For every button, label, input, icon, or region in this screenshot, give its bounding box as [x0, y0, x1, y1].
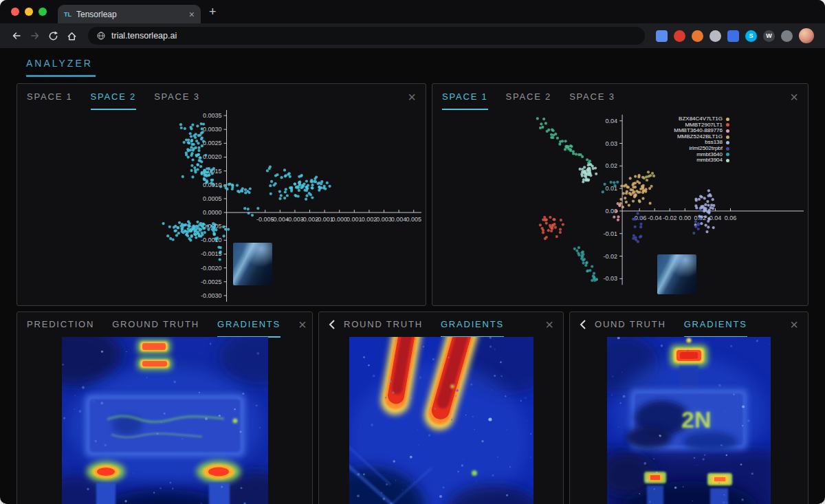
home-icon[interactable] [63, 27, 81, 45]
legend-dot [726, 159, 729, 162]
svg-text:0.001: 0.001 [346, 216, 362, 223]
new-tab-button[interactable]: + [209, 6, 217, 18]
svg-text:0.000: 0.000 [331, 216, 347, 223]
svg-text:-0.02: -0.02 [663, 215, 677, 221]
svg-text:-0.03: -0.03 [604, 275, 618, 282]
svg-text:0.0025: 0.0025 [203, 140, 222, 146]
back-icon[interactable] [7, 27, 25, 45]
tab-space-3[interactable]: SPACE 3 [569, 85, 615, 110]
reload-icon[interactable] [44, 27, 63, 45]
window-close-button[interactable] [11, 8, 19, 16]
browser-tab-strip: TL Tensorleap × + [0, 0, 825, 23]
plot-legend: BZX84C4V7LT1G MMBT2907LT1 MMBT3640-88977… [674, 116, 729, 164]
svg-text:-0.001: -0.001 [316, 216, 333, 223]
window-minimize-button[interactable] [25, 8, 33, 16]
svg-text:0.002: 0.002 [362, 216, 377, 223]
svg-text:-0.02: -0.02 [604, 253, 618, 260]
window-controls [11, 8, 47, 16]
tab-close-icon[interactable]: × [189, 10, 195, 19]
legend-dot [726, 118, 729, 121]
legend-dot [726, 153, 729, 156]
sample-detail-panel-1: PREDICTION GROUND TRUTH GRADIENTS × [16, 311, 313, 504]
legend-item[interactable]: mmbt3904 [696, 157, 729, 164]
extension-icon[interactable]: W [763, 30, 775, 42]
heatmap-text: 2N [681, 406, 711, 432]
scatter-plot-space1[interactable]: 0.040.030.020.010.00-0.01-0.02-0.03-0.06… [432, 110, 808, 305]
svg-text:0.0030: 0.0030 [203, 126, 222, 133]
profile-avatar[interactable] [799, 28, 814, 43]
url-text: trial.tensorleap.ai [111, 31, 177, 41]
extension-icon[interactable]: S [745, 30, 757, 42]
extension-icon[interactable] [727, 30, 739, 42]
scroll-left-chevron-icon[interactable] [329, 320, 336, 329]
gradients-heatmap-image [62, 337, 268, 504]
close-icon[interactable]: × [298, 318, 307, 331]
svg-text:-0.0030: -0.0030 [201, 292, 222, 299]
svg-text:0.02: 0.02 [606, 162, 618, 169]
svg-text:-0.0025: -0.0025 [201, 278, 222, 285]
svg-text:0.00: 0.00 [679, 215, 692, 221]
tab-gradients[interactable]: GRADIENTS [217, 312, 280, 338]
tensorleap-favicon: TL [64, 11, 72, 18]
svg-text:-0.01: -0.01 [604, 230, 618, 237]
legend-dot [726, 129, 729, 133]
tab-ground-truth[interactable]: ROUND TRUTH [344, 312, 423, 338]
extension-icon[interactable] [674, 30, 685, 42]
extension-icon[interactable] [656, 30, 668, 42]
embedding-panel-right: SPACE 1 SPACE 2 SPACE 3 × 0.040.030.020.… [432, 83, 808, 306]
analyzer-app: ANALYZER SPACE 1 SPACE 2 SPACE 3 × 0.003… [0, 48, 825, 504]
tab-space-3[interactable]: SPACE 3 [154, 85, 200, 110]
gradients-heatmap-image: 2N 2N [607, 337, 771, 504]
gradients-heatmap-image [349, 337, 534, 504]
sample-thumbnail[interactable] [657, 254, 696, 294]
svg-text:-0.04: -0.04 [648, 215, 662, 221]
close-icon[interactable]: × [545, 318, 553, 331]
svg-text:0.04: 0.04 [710, 215, 722, 221]
svg-text:-0.0015: -0.0015 [201, 250, 222, 257]
svg-text:0.04: 0.04 [606, 118, 618, 124]
tab-space-2[interactable]: SPACE 2 [91, 85, 137, 110]
close-icon[interactable]: × [408, 90, 416, 104]
tab-gradients[interactable]: GRADIENTS [684, 312, 747, 338]
extension-puzzle-icon[interactable] [781, 30, 793, 42]
close-icon[interactable]: × [790, 318, 798, 331]
legend-dot [726, 147, 729, 151]
site-info-icon[interactable] [97, 32, 105, 40]
page-title[interactable]: ANALYZER [26, 58, 96, 77]
svg-text:0.003: 0.003 [376, 216, 392, 223]
legend-dot [726, 123, 729, 127]
browser-window: TL Tensorleap × + trial.tensorleap.ai [0, 0, 825, 504]
browser-tab[interactable]: TL Tensorleap × [58, 5, 201, 23]
close-icon[interactable]: × [790, 90, 798, 104]
svg-text:0.0005: 0.0005 [203, 195, 222, 202]
tab-ground-truth[interactable]: GROUND TRUTH [112, 312, 199, 338]
tab-space-1[interactable]: SPACE 1 [442, 85, 488, 110]
tab-prediction[interactable]: PREDICTION [27, 312, 94, 338]
svg-text:0.03: 0.03 [606, 140, 618, 147]
sample-thumbnail[interactable] [233, 243, 272, 285]
svg-text:0.0035: 0.0035 [203, 112, 222, 119]
window-zoom-button[interactable] [38, 8, 47, 16]
tab-title: Tensorleap [76, 10, 184, 19]
browser-toolbar: trial.tensorleap.ai S W [0, 23, 825, 48]
legend-dot [726, 135, 729, 139]
legend-dot [726, 141, 729, 144]
extensions-area: S W [652, 28, 818, 43]
forward-icon[interactable] [25, 27, 44, 45]
tab-space-1[interactable]: SPACE 1 [27, 85, 73, 110]
address-bar[interactable]: trial.tensorleap.ai [88, 27, 645, 45]
svg-text:0.06: 0.06 [725, 215, 737, 221]
extension-icon[interactable] [692, 30, 703, 42]
tab-space-2[interactable]: SPACE 2 [506, 85, 552, 110]
embedding-panel-left: SPACE 1 SPACE 2 SPACE 3 × 0.00350.00300.… [16, 83, 426, 306]
extension-icon[interactable] [710, 30, 721, 42]
svg-text:0.005: 0.005 [406, 216, 421, 223]
svg-text:0.004: 0.004 [391, 216, 407, 223]
scatter-plot-space2[interactable]: 0.00350.00300.00250.00200.00150.00100.00… [17, 110, 426, 305]
svg-text:-0.0020: -0.0020 [201, 265, 222, 272]
scroll-left-chevron-icon[interactable] [580, 320, 586, 329]
svg-text:0.0000: 0.0000 [203, 209, 222, 216]
tab-gradients[interactable]: GRADIENTS [441, 312, 504, 338]
tab-ground-truth[interactable]: OUND TRUTH [595, 312, 666, 338]
sample-detail-panel-2: ROUND TRUTH GRADIENTS × [318, 311, 564, 504]
